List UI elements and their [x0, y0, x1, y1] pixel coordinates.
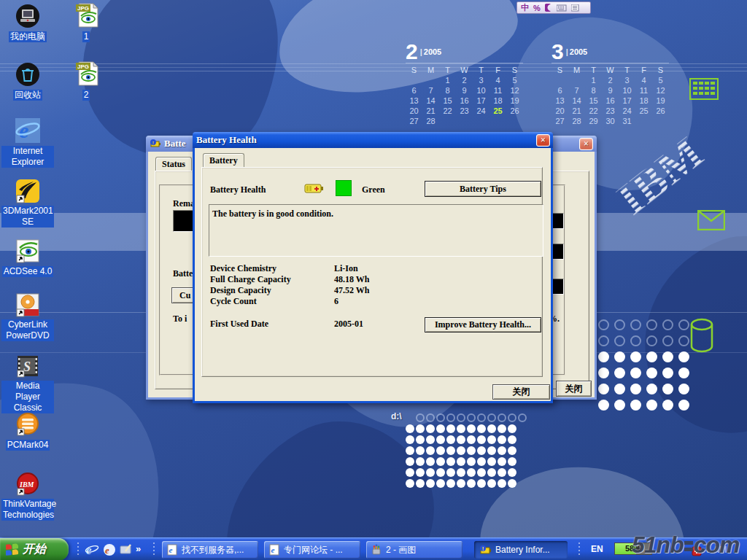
wallpaper-dot [646, 400, 657, 411]
wallpaper-dot [426, 424, 435, 433]
calendar-date-cell: 2 [602, 75, 619, 85]
wallpaper-dot [518, 413, 527, 422]
calendar-date-cell: 12 [506, 85, 523, 96]
desktop-icon-internet-explorer[interactable]: e Internet Explorer [1, 117, 54, 168]
calendar-date-cell [439, 116, 456, 126]
desktop-icon-jpg-1[interactable]: JPG 1 [60, 1, 112, 42]
battery-info-row: Full Charge Capacity48.18 Wh [210, 274, 531, 285]
close-icon[interactable]: × [579, 138, 593, 150]
ime-menu-icon[interactable] [571, 4, 579, 12]
calendar-date-cell: 6 [551, 85, 568, 96]
quick-launch-chevron-icon[interactable]: » [136, 543, 141, 554]
wallpaper-dot-grid [406, 413, 530, 490]
desktop-icon-label: ACDSee 4.0 [2, 266, 54, 277]
wallpaper-dot [416, 435, 425, 444]
taskbar-task-paint[interactable]: 2 - 画图 [366, 541, 462, 559]
calendar-february: 22005 SMTWTFS123456789101112131415161718… [406, 41, 523, 126]
ime-language-bar[interactable]: 中 % [516, 1, 591, 14]
close-button[interactable]: 关闭 [492, 384, 550, 400]
calendar-date-cell: 22 [439, 106, 456, 116]
calendar-date-cell [568, 75, 585, 85]
wallpaper-dot [426, 457, 435, 466]
language-indicator[interactable]: EN [591, 544, 603, 554]
wallpaper-dot [487, 446, 496, 455]
wallpaper-dot [598, 319, 609, 330]
wallpaper-dot [678, 384, 689, 394]
quick-launch-browser-icon[interactable]: e [102, 542, 117, 560]
svg-text:e: e [19, 118, 28, 142]
jpg-file-icon: JPG [73, 1, 99, 29]
wallpaper-dot [498, 413, 506, 422]
dialog-titlebar[interactable]: Battery Health × [193, 132, 553, 148]
wallpaper-dot [630, 351, 641, 362]
calendar-year: 2005 [566, 47, 588, 56]
calendar-day-header: T [585, 65, 602, 75]
taskbar-task-ie-2[interactable]: e 专门网论坛 - ... [264, 541, 360, 559]
wallpaper-dot [436, 446, 445, 455]
ime-width-toggle[interactable]: % [533, 4, 541, 12]
wallpaper-dot [477, 435, 486, 444]
battery-tips-button[interactable]: Battery Tips [425, 181, 541, 197]
calendar-day-header: S [506, 65, 523, 75]
desktop-icon-3dmark2001[interactable]: 3DMark2001 SE [1, 178, 54, 228]
wallpaper-dot [457, 413, 465, 422]
wallpaper-dot [436, 457, 445, 466]
calendar-year: 2005 [420, 47, 442, 56]
wallpaper-dot [508, 457, 516, 466]
calendar-date-cell [635, 116, 652, 126]
health-status-text: Green [362, 184, 385, 195]
desktop-icon-media-player-classic[interactable]: S Media Player Classic [1, 353, 54, 413]
desktop-icon-label: 3DMark2001 SE [1, 206, 54, 228]
desktop-icon-my-computer[interactable]: 我的电脑 [1, 3, 54, 42]
ime-punctuation-moon-icon[interactable] [545, 4, 552, 12]
quick-launch-ie-icon[interactable]: e [85, 542, 99, 560]
wallpaper-dot [498, 424, 506, 433]
desktop-icon-acdsee[interactable]: ACDSee 4.0 [1, 238, 54, 277]
wallpaper-dot [598, 368, 609, 378]
taskbar-task-battery-information[interactable]: ! Battery Infor... [474, 541, 568, 559]
wallpaper-dot [416, 424, 425, 433]
wallpaper-dot [614, 368, 625, 378]
close-button[interactable]: 关闭 [556, 381, 592, 397]
calendar-date-cell: 5 [506, 75, 523, 85]
ime-soft-keyboard-icon[interactable] [557, 4, 567, 12]
dialog-body: Battery Battery Health Green Battery Tip… [195, 148, 551, 401]
wallpaper-dot [467, 457, 476, 466]
desktop-icon-label: PCMark04 [6, 440, 50, 451]
taskbar-task-ie-1[interactable]: e 找不到服务器,... [162, 541, 258, 559]
button-label: Cu [179, 290, 190, 300]
desktop-icon-label: 2 [82, 90, 90, 101]
quick-launch-show-desktop-icon[interactable] [119, 542, 133, 560]
start-button[interactable]: 开始 [0, 538, 69, 560]
wallpaper-dot [678, 335, 689, 346]
wallpaper-dot [436, 435, 445, 444]
battery-info-list: Device ChemistryLi-IonFull Charge Capaci… [210, 263, 531, 307]
wallpaper-dot [678, 319, 689, 330]
calendar-day-header: F [635, 65, 652, 75]
acdsee-icon [15, 238, 41, 264]
calendar-date-cell: 19 [506, 96, 523, 106]
battery-info-row: Cycle Count6 [210, 296, 531, 307]
tab-status[interactable]: Status [155, 157, 192, 171]
wallpaper-dot [446, 446, 455, 455]
wallpaper-dot [436, 424, 445, 433]
desktop-icon-jpg-2[interactable]: JPG 2 [60, 60, 112, 101]
desktop-icon-thinkvantage[interactable]: IBM ThinkVantage Technologies [1, 471, 54, 521]
battery-info-row: Design Capacity47.52 Wh [210, 285, 531, 296]
improve-battery-health-button[interactable]: Improve Battery Health... [425, 317, 541, 332]
ime-chinese-mode[interactable]: 中 [521, 2, 529, 13]
info-row-value: 48.18 Wh [334, 274, 369, 285]
tab-battery[interactable]: Battery [203, 153, 244, 168]
desktop-icon-recycle-bin[interactable]: 回收站 [1, 61, 54, 101]
calendar-day-header: S [652, 65, 669, 75]
desktop-icon-pcmark04[interactable]: PCMark04 [1, 411, 54, 451]
wallpaper-dot [457, 468, 465, 477]
desktop-icon-powerdvd[interactable]: CyberLink PowerDVD [1, 292, 54, 341]
wallpaper-dot [598, 335, 609, 346]
button-label: Battery Tips [460, 184, 506, 194]
calendar-date-cell [473, 116, 489, 126]
wallpaper-dot [630, 384, 641, 394]
powerdvd-icon [15, 292, 41, 318]
close-icon[interactable]: × [536, 134, 550, 147]
info-row-value: 6 [334, 296, 338, 307]
